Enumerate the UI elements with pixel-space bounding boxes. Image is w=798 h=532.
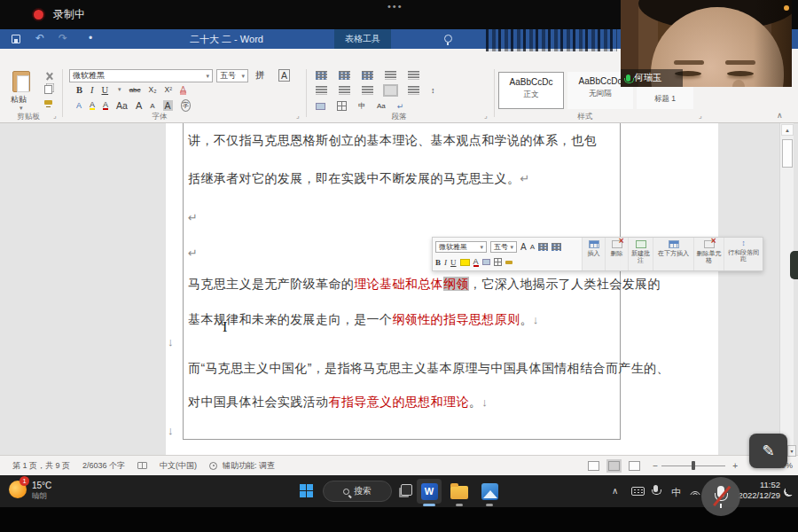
font-size-select[interactable]: 五号 ▾: [216, 69, 248, 82]
align-left-icon[interactable]: [316, 86, 327, 95]
copy-icon[interactable]: [44, 85, 52, 94]
align-center-icon[interactable]: [339, 86, 350, 95]
bullets-icon[interactable]: [316, 71, 327, 80]
text-effects-icon[interactable]: A: [76, 101, 82, 110]
grow-font-icon[interactable]: A: [136, 100, 142, 111]
paste-dropdown-icon[interactable]: ▾: [18, 102, 23, 112]
mini-borders-icon[interactable]: [494, 258, 502, 266]
webcam-video[interactable]: 何瑞玉: [621, 0, 792, 87]
sort-icon[interactable]: Aa: [377, 102, 386, 110]
font-dialog-launcher-icon[interactable]: ⌟: [296, 112, 300, 120]
pen-dropdown-icon[interactable]: ▾: [787, 445, 796, 457]
clear-formatting-icon[interactable]: A: [180, 84, 186, 95]
vertical-scrollbar[interactable]: ▲: [779, 123, 794, 455]
print-layout-button[interactable]: [608, 461, 620, 471]
scrollbar-thumb[interactable]: [782, 139, 793, 168]
pinyin-guide-icon[interactable]: 拼: [255, 69, 265, 82]
proofing-icon[interactable]: [137, 462, 147, 469]
borders-icon[interactable]: [337, 101, 347, 111]
edge-docked-handle[interactable]: [790, 251, 798, 279]
mute-indicator[interactable]: [701, 477, 740, 516]
highlight-color-icon[interactable]: A: [90, 101, 95, 110]
read-mode-button[interactable]: [588, 461, 599, 471]
line-spacing-icon[interactable]: ↕: [431, 86, 435, 95]
bold-icon[interactable]: B: [76, 85, 82, 95]
decrease-indent-icon[interactable]: [385, 71, 396, 80]
mini-shading-icon[interactable]: [482, 259, 490, 265]
start-button[interactable]: [300, 484, 313, 497]
cut-icon[interactable]: [44, 72, 53, 81]
zoom-out-icon[interactable]: −: [653, 461, 658, 471]
scroll-up-icon[interactable]: ▲: [781, 124, 794, 136]
mini-delete-button[interactable]: 删除: [605, 238, 628, 270]
styles-dialog-launcher-icon[interactable]: ⌟: [699, 112, 702, 120]
mini-bullets-icon[interactable]: [538, 243, 548, 251]
superscript-icon[interactable]: X²: [165, 85, 173, 94]
mini-font-size-select[interactable]: 五号▾: [490, 241, 517, 253]
task-view-button[interactable]: [401, 484, 412, 496]
mini-delete-cells-button[interactable]: 删除单元格: [693, 238, 724, 270]
shrink-font-icon[interactable]: A: [150, 102, 154, 110]
underline-dropdown-icon[interactable]: ▾: [118, 86, 121, 93]
undo-icon[interactable]: ↶: [35, 32, 44, 44]
mini-highlight-icon[interactable]: [460, 259, 470, 266]
redo-icon[interactable]: ↷: [59, 32, 67, 44]
do-not-disturb-icon[interactable]: [784, 487, 794, 497]
numbering-icon[interactable]: [339, 71, 350, 80]
weather-condition[interactable]: 晴朗: [32, 491, 47, 502]
format-painter-icon[interactable]: [44, 100, 52, 105]
tray-microphone-icon[interactable]: [653, 485, 658, 492]
align-right-icon[interactable]: [362, 86, 373, 95]
enclose-character-icon[interactable]: 字: [181, 99, 192, 112]
mini-grow-font-icon[interactable]: A: [520, 242, 527, 252]
touch-keyboard-icon[interactable]: [631, 487, 645, 496]
taskbar-search[interactable]: 搜索: [323, 481, 392, 502]
paste-icon[interactable]: [12, 71, 30, 92]
tray-chevron-icon[interactable]: ∧: [612, 486, 618, 496]
pen-annotation-button[interactable]: ✎: [749, 434, 787, 468]
taskbar-word-button[interactable]: W: [417, 479, 442, 504]
quick-access-more-icon[interactable]: •: [89, 32, 92, 44]
mini-italic-icon[interactable]: I: [444, 258, 447, 267]
mini-underline-icon[interactable]: U: [450, 258, 457, 267]
character-shading-icon[interactable]: A: [163, 100, 173, 111]
mini-line-spacing-button[interactable]: ↕ 行和段落间距: [724, 238, 763, 270]
character-border-icon[interactable]: A: [278, 69, 290, 82]
underline-icon[interactable]: U: [102, 85, 109, 95]
mini-format-painter-icon[interactable]: [505, 261, 512, 264]
language-indicator[interactable]: 中文(中国): [160, 460, 197, 472]
distribute-icon[interactable]: [408, 86, 419, 95]
italic-icon[interactable]: I: [90, 85, 94, 95]
mini-numbering-icon[interactable]: [552, 243, 561, 251]
taskbar-photos-button[interactable]: [477, 479, 502, 504]
ime-indicator[interactable]: 中: [671, 486, 681, 499]
subscript-icon[interactable]: X₂: [149, 85, 157, 94]
mini-font-name-select[interactable]: 微软雅黑▾: [435, 241, 487, 253]
mini-insert-button[interactable]: 插入: [582, 238, 605, 270]
collapse-ribbon-icon[interactable]: ∧: [777, 111, 783, 120]
wifi-icon[interactable]: [690, 487, 700, 495]
style-normal[interactable]: AaBbCcDc 正文: [498, 72, 564, 109]
accessibility-status[interactable]: 辅助功能: 调查: [223, 460, 275, 472]
word-count[interactable]: 2/6036 个字: [82, 460, 125, 472]
mini-insert-below-button[interactable]: 在下方插入: [653, 238, 693, 270]
document-page[interactable]: 讲，不仅指马克思恩格斯创立的基本理论、基本观点和学说的体系，也包 括继承者对它的…: [166, 123, 718, 455]
zoom-in-icon[interactable]: +: [732, 461, 738, 471]
asian-layout-icon[interactable]: 中: [358, 101, 365, 111]
web-layout-button[interactable]: [629, 461, 640, 471]
mini-bold-icon[interactable]: B: [435, 258, 441, 267]
strikethrough-icon[interactable]: abc: [129, 86, 141, 94]
zoom-slider-thumb[interactable]: [692, 461, 695, 470]
clipboard-dialog-launcher-icon[interactable]: ⌟: [53, 112, 57, 120]
change-case-icon[interactable]: Aa: [116, 100, 128, 111]
font-color-icon[interactable]: A: [103, 101, 108, 110]
mini-font-color-icon[interactable]: A: [473, 258, 479, 267]
taskbar-explorer-button[interactable]: [447, 479, 472, 504]
mini-shrink-font-icon[interactable]: A: [530, 243, 535, 251]
multilevel-list-icon[interactable]: [362, 71, 373, 80]
window-menu-dots-icon[interactable]: •••: [387, 1, 403, 12]
formatting-marks-icon[interactable]: ↵: [397, 102, 404, 111]
shading-icon[interactable]: [316, 103, 325, 110]
justify-icon[interactable]: [385, 86, 396, 95]
paragraph-dialog-launcher-icon[interactable]: ⌟: [484, 112, 488, 120]
